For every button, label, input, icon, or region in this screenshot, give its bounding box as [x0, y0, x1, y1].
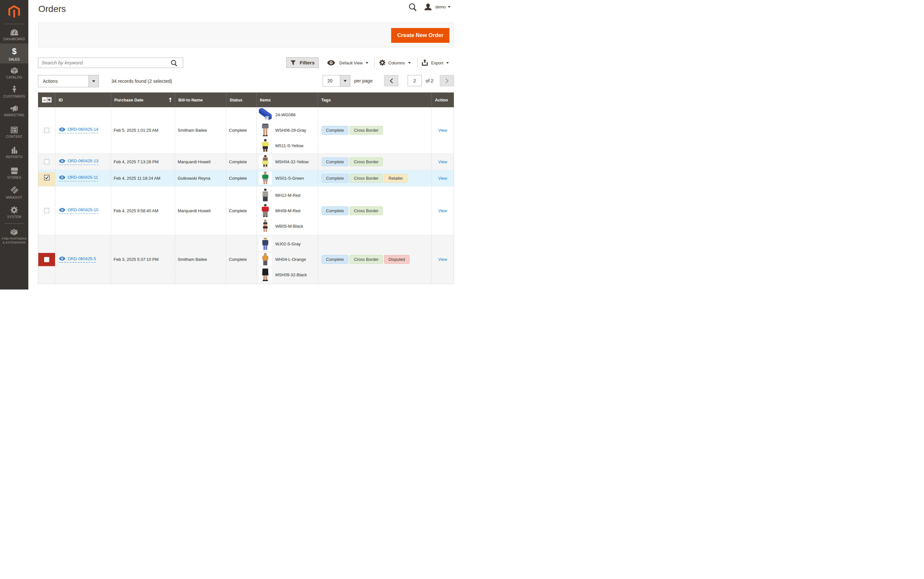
svg-text:$: $: [12, 47, 16, 56]
